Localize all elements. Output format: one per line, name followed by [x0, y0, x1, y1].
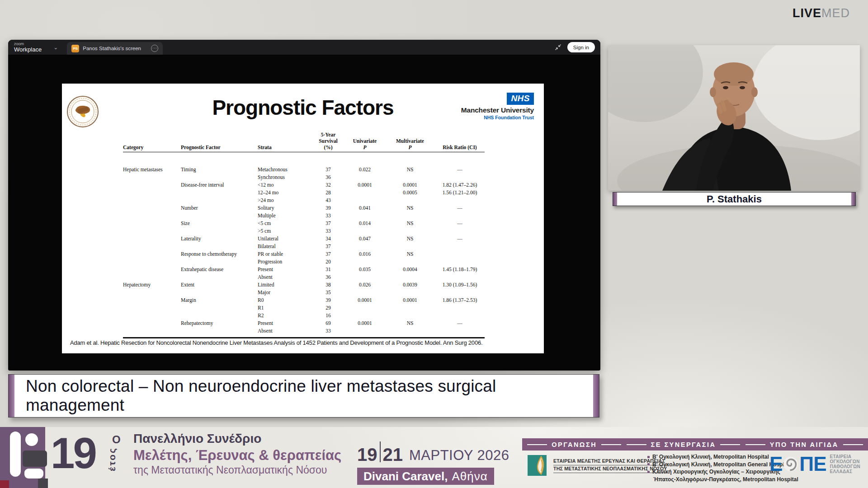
- table-cell: [181, 197, 258, 204]
- table-cell: [435, 250, 485, 258]
- presentation-slide: Prognostic Factors NHS Manchester Univer…: [62, 84, 544, 353]
- table-row: LateralityUnilateral340.047NS—: [123, 235, 485, 243]
- chevron-down-icon[interactable]: ⌄: [53, 44, 58, 51]
- table-cell: 0.047: [344, 235, 385, 243]
- workplace-label: Workplace: [14, 47, 42, 52]
- table-cell: Extrahepatic disease: [181, 266, 258, 273]
- table-cell: <5 cm: [258, 220, 312, 227]
- table-cell: NS: [385, 166, 435, 174]
- table-cell: [435, 273, 485, 281]
- table-cell: [344, 174, 385, 181]
- congress-line2: Μελέτης, Έρευνας & θεραπείας: [133, 448, 341, 462]
- table-cell: [385, 327, 435, 335]
- collab-item: Ήπατος-Χοληφόρων-Παγκρέατος, Metropolita…: [647, 476, 798, 483]
- table-cell: [344, 258, 385, 266]
- table-cell: Major: [258, 289, 312, 296]
- table-cell: 1.30 (1.09–1.56): [435, 281, 485, 289]
- table-cell: [385, 212, 435, 220]
- table-row: HepatectomyExtentLimited380.0260.00391.3…: [123, 281, 485, 289]
- table-cell: 36: [312, 174, 344, 181]
- table-cell: [181, 227, 258, 235]
- table-row: >24 mo43: [123, 197, 485, 204]
- table-row: Bilateral37: [123, 243, 485, 250]
- table-cell: [385, 273, 435, 281]
- year-degree: O: [112, 433, 121, 446]
- shared-screen-area: Prognostic Factors NHS Manchester Univer…: [8, 55, 600, 371]
- band-aegis: ΥΠΟ ΤΗΝ ΑΙΓΙΔΑ: [745, 441, 863, 448]
- table-cell: —: [435, 319, 485, 327]
- table-cell: Timing: [181, 166, 258, 174]
- session-title-bar: Non colorectal – Non neuroendocrine live…: [8, 374, 599, 418]
- table-cell: [123, 258, 181, 266]
- table-cell: 37: [312, 166, 344, 174]
- sign-in-button[interactable]: Sign in: [567, 42, 595, 52]
- table-row: >5 cm33: [123, 227, 485, 235]
- table-cell: [181, 174, 258, 181]
- table-cell: [385, 197, 435, 204]
- collapse-window-icon[interactable]: [554, 43, 562, 51]
- prognostic-table: Category Prognostic Factor Strata 5-Year…: [123, 127, 485, 338]
- footer-section-band: ΟΡΓΑΝΩΣΗ ΣΕ ΣΥΝΕΡΓΑΣΙΑ ΥΠΟ ΤΗΝ ΑΙΓΙΔΑ: [522, 438, 868, 450]
- eope-spiral-icon: [783, 456, 799, 472]
- table-cell: NS: [385, 204, 435, 212]
- table-row: Extrahepatic diseasePresent310.0350.0004…: [123, 266, 485, 273]
- table-row: Progression20: [123, 258, 485, 266]
- table-cell: [181, 327, 258, 335]
- table-cell: 0.014: [344, 220, 385, 227]
- table-cell: [385, 243, 435, 250]
- conference-footer: 19 O έτος Πανελλήνιο Συνέδριο Μελέτης, Έ…: [0, 427, 868, 488]
- col-header-multivariate: Multivariate P: [385, 138, 435, 150]
- table-cell: 1.45 (1.18–1.79): [435, 266, 485, 273]
- table-cell: [385, 289, 435, 296]
- table-cell: Hepatectomy: [123, 281, 181, 289]
- table-cell: [344, 289, 385, 296]
- table-cell: 0.0039: [385, 281, 435, 289]
- table-cell: 0.0001: [344, 296, 385, 304]
- table-cell: 0.0001: [344, 319, 385, 327]
- speaker-video: [608, 45, 860, 191]
- table-cell: [123, 273, 181, 281]
- zoom-label: zoom: [14, 42, 42, 46]
- tab-options-icon[interactable]: ···: [151, 45, 158, 52]
- table-cell: 0.016: [344, 250, 385, 258]
- table-cell: [435, 174, 485, 181]
- table-cell: 1.56 (1.21–2.00): [435, 189, 485, 197]
- table-cell: [344, 243, 385, 250]
- table-row: NumberSolitary390.041NS—: [123, 204, 485, 212]
- table-cell: [123, 243, 181, 250]
- table-cell: [344, 327, 385, 335]
- col-header-survival: 5-Year Survival (%): [312, 131, 344, 150]
- table-cell: Disease-free interval: [181, 181, 258, 189]
- table-cell: 0.026: [344, 281, 385, 289]
- table-cell: Solitary: [258, 204, 312, 212]
- table-cell: —: [435, 235, 485, 243]
- speaker-name-plate: P. Stathakis: [613, 192, 856, 206]
- table-cell: 16: [312, 312, 344, 319]
- table-cell: [435, 304, 485, 312]
- table-row: Disease-free interval<12 mo320.00010.000…: [123, 181, 485, 189]
- table-cell: Progression: [258, 258, 312, 266]
- table-cell: [123, 250, 181, 258]
- table-cell: 39: [312, 204, 344, 212]
- table-cell: [123, 296, 181, 304]
- table-cell: [181, 273, 258, 281]
- table-cell: 0.0004: [385, 266, 435, 273]
- table-cell: >5 cm: [258, 227, 312, 235]
- livemed-live: LIVE: [793, 6, 821, 20]
- table-header-rule: [123, 152, 485, 152]
- table-cell: Extent: [181, 281, 258, 289]
- table-cell: [344, 227, 385, 235]
- congress-title-block: Πανελλήνιο Συνέδριο Μελέτης, Έρευνας & θ…: [133, 432, 341, 475]
- table-cell: —: [435, 204, 485, 212]
- venue-city: Αθήνα: [452, 469, 487, 483]
- table-cell: [435, 258, 485, 266]
- table-cell: 37: [312, 243, 344, 250]
- table-cell: Response to chemotherapy: [181, 250, 258, 258]
- table-cell: —: [435, 166, 485, 174]
- table-cell: Rehepatectomy: [181, 319, 258, 327]
- table-cell: [385, 304, 435, 312]
- congress-dates: 19 21 ΜΑΡΤΙΟΥ 2026: [357, 444, 509, 462]
- stage: LIVEMED zoom Workplace ⌄ PS Panos Statha…: [0, 0, 868, 488]
- table-bottom-rule: [123, 337, 485, 338]
- screen-share-tab[interactable]: PS Panos Stathakis's screen ···: [67, 42, 163, 55]
